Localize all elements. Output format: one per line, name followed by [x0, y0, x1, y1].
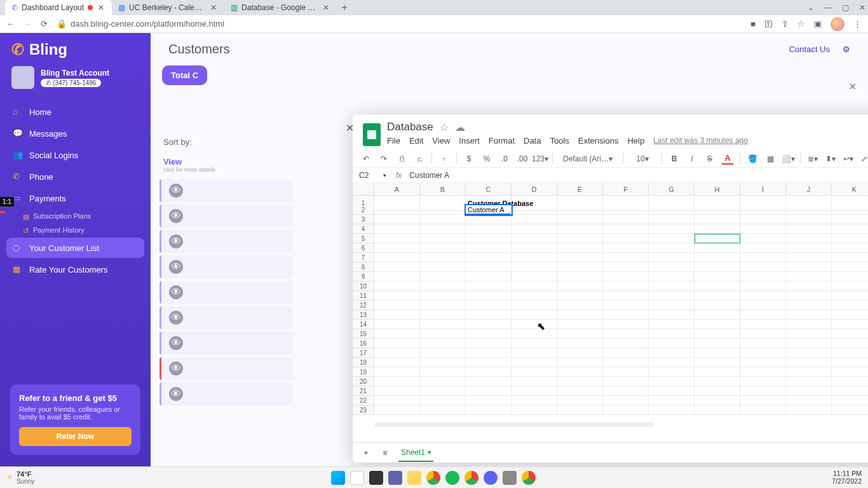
font-size-dropdown[interactable]: 10 ▾ — [630, 153, 655, 165]
cell[interactable] — [374, 405, 420, 415]
row-header[interactable]: 14 — [353, 320, 374, 329]
cell[interactable] — [695, 234, 740, 243]
tab-berkeley[interactable]: ▦ UC Berkeley - Calendar - Week o ✕ — [112, 0, 224, 15]
minimize-icon[interactable]: — — [824, 3, 832, 12]
cell[interactable] — [512, 329, 557, 339]
cell[interactable] — [695, 339, 740, 348]
cell[interactable] — [695, 358, 740, 367]
sidebar-item-payment-history[interactable]: ↺Payment History — [6, 224, 144, 236]
cell[interactable] — [786, 243, 832, 253]
cell[interactable] — [512, 281, 557, 291]
chevron-down-icon[interactable]: ⌄ — [808, 3, 814, 12]
cell[interactable] — [786, 291, 832, 301]
cell[interactable] — [832, 367, 868, 377]
cell[interactable] — [786, 367, 832, 377]
cell[interactable] — [512, 215, 557, 224]
menu-edit[interactable]: Edit — [409, 136, 423, 146]
explorer-icon[interactable] — [407, 471, 421, 485]
cell[interactable] — [512, 243, 557, 253]
cell[interactable] — [374, 377, 420, 386]
cell[interactable] — [557, 405, 603, 415]
cell[interactable] — [603, 396, 649, 405]
cell[interactable] — [374, 301, 420, 310]
formula-bar[interactable]: Customer A — [407, 171, 449, 180]
list-item[interactable]: 👁 — [159, 230, 293, 253]
column-header[interactable]: K — [832, 183, 868, 195]
cell[interactable] — [786, 377, 832, 386]
name-box[interactable]: C2▾ — [353, 171, 391, 180]
chat-app-icon[interactable] — [388, 471, 402, 485]
document-title[interactable]: Database — [387, 121, 433, 133]
cell[interactable] — [603, 272, 649, 281]
cell[interactable] — [603, 262, 649, 272]
cell[interactable] — [695, 386, 740, 396]
row-header[interactable]: 2 — [353, 205, 374, 215]
cell[interactable] — [649, 396, 695, 405]
cell[interactable] — [740, 272, 786, 281]
cell[interactable] — [740, 386, 786, 396]
cell[interactable] — [832, 262, 868, 272]
cell[interactable] — [420, 262, 466, 272]
close-detail-button[interactable]: ✕ — [848, 81, 857, 93]
cell[interactable] — [603, 358, 649, 367]
cell[interactable] — [740, 377, 786, 386]
cell[interactable] — [603, 320, 649, 329]
cell[interactable] — [832, 205, 868, 215]
brand-logo[interactable]: ✆ Bling — [0, 33, 151, 66]
cell[interactable] — [649, 348, 695, 358]
cell[interactable] — [832, 243, 868, 253]
cell[interactable] — [832, 253, 868, 262]
row-header[interactable]: 15 — [353, 329, 374, 339]
cell[interactable] — [740, 348, 786, 358]
row-header[interactable]: 13 — [353, 310, 374, 320]
cell[interactable] — [374, 262, 420, 272]
cell[interactable] — [649, 320, 695, 329]
share-icon[interactable]: ⇪ — [782, 19, 789, 29]
cell[interactable] — [740, 224, 786, 234]
last-edit-text[interactable]: Last edit was 3 minutes ago — [653, 136, 748, 146]
cell[interactable] — [695, 243, 740, 253]
row-header[interactable]: 21 — [353, 386, 374, 396]
cell[interactable] — [740, 215, 786, 224]
cell[interactable] — [649, 358, 695, 367]
cell[interactable] — [649, 215, 695, 224]
forward-icon[interactable]: → — [24, 19, 32, 29]
chevron-down-icon[interactable]: ▾ — [428, 449, 431, 456]
list-item[interactable]: 👁 — [159, 357, 293, 380]
cell[interactable] — [649, 243, 695, 253]
cell[interactable] — [557, 320, 603, 329]
cell[interactable] — [786, 310, 832, 320]
cell[interactable] — [740, 367, 786, 377]
halign-icon[interactable]: ≣▾ — [807, 153, 818, 165]
cell[interactable] — [512, 310, 557, 320]
cell[interactable] — [374, 281, 420, 291]
cell[interactable] — [420, 253, 466, 262]
list-item[interactable]: 👁 — [159, 179, 293, 202]
row-header[interactable]: 3 — [353, 215, 374, 224]
cell[interactable] — [557, 358, 603, 367]
cell[interactable] — [466, 262, 512, 272]
cell[interactable] — [832, 320, 868, 329]
cell[interactable] — [466, 396, 512, 405]
horizontal-scrollbar[interactable] — [374, 422, 654, 427]
cell[interactable] — [649, 329, 695, 339]
cell[interactable] — [786, 215, 832, 224]
cell[interactable] — [786, 320, 832, 329]
menu-extensions[interactable]: Extensions — [578, 136, 619, 146]
sidepanel-icon[interactable]: ▣ — [814, 19, 822, 29]
cell[interactable] — [603, 234, 649, 243]
cell[interactable] — [603, 367, 649, 377]
cell[interactable] — [557, 339, 603, 348]
tab-dashboard[interactable]: ✆ Dashboard Layout ✕ — [5, 0, 112, 15]
cell[interactable] — [740, 243, 786, 253]
cell[interactable] — [374, 348, 420, 358]
cell[interactable] — [420, 310, 466, 320]
sidebar-item-subscription-plans[interactable]: ▤Subscription Plans — [6, 210, 144, 222]
key-icon[interactable]: ⚿ — [764, 19, 773, 29]
cell[interactable] — [603, 339, 649, 348]
cell[interactable] — [466, 253, 512, 262]
cell[interactable] — [740, 262, 786, 272]
cell[interactable] — [420, 281, 466, 291]
cell[interactable] — [740, 396, 786, 405]
cell[interactable] — [740, 281, 786, 291]
